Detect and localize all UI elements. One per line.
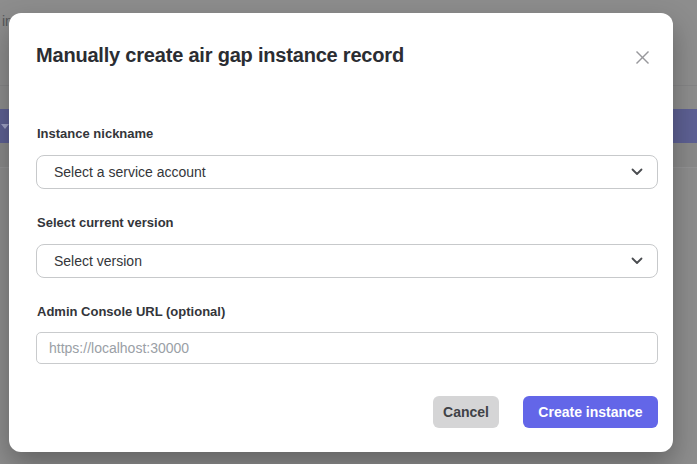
chevron-down-icon [631,257,643,265]
cancel-button[interactable]: Cancel [433,396,499,428]
instance-nickname-label: Instance nickname [37,126,153,141]
version-select-value: Select version [54,253,631,269]
version-select[interactable]: Select version [36,244,658,278]
close-icon[interactable] [630,45,654,69]
admin-console-url-input[interactable] [36,332,658,364]
screen: in Manually create air gap instance reco… [0,0,697,464]
create-air-gap-instance-modal: Manually create air gap instance record … [9,13,673,452]
background-caret-icon [1,124,9,129]
admin-console-url-label: Admin Console URL (optional) [37,304,225,319]
current-version-label: Select current version [37,215,174,230]
service-account-select[interactable]: Select a service account [36,155,658,189]
service-account-select-value: Select a service account [54,164,631,180]
close-x-glyph [635,50,650,65]
create-instance-button[interactable]: Create instance [523,396,658,428]
modal-title: Manually create air gap instance record [36,44,404,67]
chevron-down-icon [631,168,643,176]
